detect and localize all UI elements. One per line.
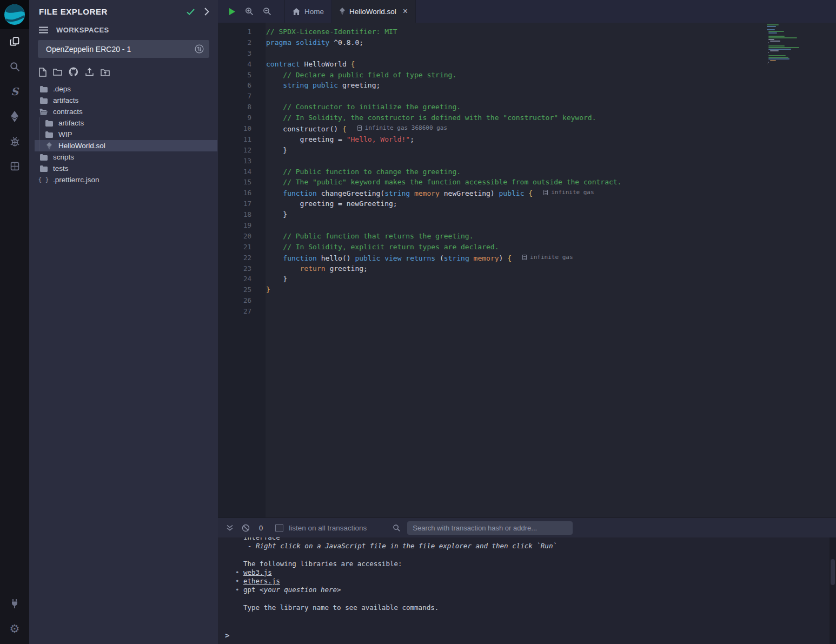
zoom-in-icon[interactable]: [245, 7, 254, 16]
run-script-play-icon[interactable]: [229, 8, 236, 16]
search-icon[interactable]: [0, 54, 29, 79]
code-line[interactable]: 4contract HelloWorld {: [218, 59, 760, 70]
line-number: 23: [218, 263, 266, 274]
code-line[interactable]: 5 // Declare a public field of type stri…: [218, 70, 760, 81]
tree-item[interactable]: WIP: [35, 129, 217, 140]
minimap-line: [768, 52, 769, 53]
code-editor[interactable]: 1// SPDX-License-Identifier: MIT2pragma …: [218, 23, 836, 517]
github-icon[interactable]: [69, 67, 78, 77]
workspace-switch-icon[interactable]: [195, 44, 204, 54]
tree-item[interactable]: { }.prettierrc.json: [35, 174, 217, 185]
tab-home[interactable]: Home: [284, 0, 332, 23]
collapse-terminal-icon[interactable]: [226, 524, 234, 532]
code-line[interactable]: 23 return greeting;: [218, 263, 760, 274]
tree-item[interactable]: HelloWorld.sol: [35, 140, 217, 151]
code-line[interactable]: 11 greeting = "Hello, World!";: [218, 134, 760, 145]
code-line[interactable]: 8 // Constructor to initialize the greet…: [218, 102, 760, 112]
plugins-icon[interactable]: [0, 154, 29, 178]
activity-bar: S ⚙: [0, 0, 29, 644]
tree-item-label: .prettierrc.json: [53, 176, 99, 184]
code-line[interactable]: 10 constructor() {infinite gas 368600 ga…: [218, 123, 760, 134]
workspaces-menu-icon[interactable]: [39, 26, 48, 34]
minimap-line: [768, 47, 800, 48]
code-line[interactable]: 9 // In Solidity, the constructor is def…: [218, 112, 760, 123]
minimap-line: [768, 55, 786, 56]
code-line[interactable]: 19: [218, 220, 760, 231]
terminal-search-icon: [393, 524, 401, 532]
code-line[interactable]: 15 // The "public" keyword makes the fun…: [218, 177, 760, 188]
code-text: pragma solidity ^0.8.0;: [266, 37, 363, 48]
load-from-filesystem-icon[interactable]: [101, 68, 110, 76]
tree-item[interactable]: .deps: [35, 83, 217, 95]
terminal-scrollbar[interactable]: [830, 537, 836, 644]
settings-gear-icon[interactable]: ⚙: [0, 616, 29, 641]
code-line[interactable]: 6 string public greeting;: [218, 80, 760, 91]
code-line[interactable]: 26: [218, 295, 760, 306]
line-number: 4: [218, 59, 266, 70]
upload-file-icon[interactable]: [85, 68, 94, 76]
code-line[interactable]: 22 function hello() public view returns …: [218, 253, 760, 263]
debugger-icon[interactable]: [0, 129, 29, 154]
code-line[interactable]: 24 }: [218, 274, 760, 284]
new-folder-icon[interactable]: [53, 68, 62, 76]
file-tree: .depsartifactscontractsartifactsWIPHello…: [29, 83, 218, 185]
code-text: }: [266, 274, 287, 284]
code-line[interactable]: 16 function changeGreeting(string memory…: [218, 188, 760, 198]
code-line[interactable]: 20 // Public function that returns the g…: [218, 231, 760, 242]
terminal-line: Type the library name to see available c…: [235, 603, 830, 612]
terminal-search-input[interactable]: [407, 521, 573, 535]
plugin-manager-icon[interactable]: [0, 591, 29, 616]
tree-item[interactable]: scripts: [35, 151, 217, 163]
code-line[interactable]: 7: [218, 91, 760, 102]
tree-item[interactable]: contracts: [35, 106, 217, 117]
gas-doc-icon: [543, 190, 548, 195]
terminal-line: •ethers.js: [235, 577, 830, 586]
tree-item[interactable]: artifacts: [35, 117, 217, 129]
workspaces-label: WORKSPACES: [56, 26, 109, 34]
code-line[interactable]: 17 greeting = newGreeting;: [218, 198, 760, 209]
file-explorer-icon[interactable]: [0, 29, 29, 54]
editor-minimap[interactable]: [767, 24, 831, 68]
code-line[interactable]: 1// SPDX-License-Identifier: MIT: [218, 26, 760, 37]
tab-helloworld-sol[interactable]: HelloWorld.sol ×: [332, 0, 416, 23]
panel-chevron-right-icon[interactable]: [204, 8, 209, 16]
terminal-link[interactable]: web3.js: [243, 568, 272, 576]
terminal-link[interactable]: ethers.js: [243, 577, 280, 585]
tree-item[interactable]: artifacts: [35, 95, 217, 106]
terminal-line: •web3.js: [235, 568, 830, 577]
code-line[interactable]: 13: [218, 156, 760, 167]
terminal-output[interactable]: interface- Right click on a JavaScript f…: [218, 537, 830, 644]
editor-tabbar: Home HelloWorld.sol ×: [218, 0, 836, 23]
code-text: function changeGreeting(string memory ne…: [266, 188, 594, 198]
code-line[interactable]: 2pragma solidity ^0.8.0;: [218, 37, 760, 48]
line-number: 25: [218, 284, 266, 295]
code-text: [266, 220, 266, 231]
tree-item-label: .deps: [53, 85, 71, 93]
code-line[interactable]: 27: [218, 306, 760, 317]
code-text: // SPDX-License-Identifier: MIT: [266, 26, 397, 37]
tree-item[interactable]: tests: [35, 163, 217, 174]
code-line[interactable]: 18 }: [218, 209, 760, 220]
folder-icon: [44, 120, 54, 127]
clear-console-icon[interactable]: [242, 524, 250, 532]
code-line[interactable]: 14 // Public function to change the gree…: [218, 167, 760, 177]
minimap-line: [768, 37, 797, 38]
remix-logo[interactable]: [0, 0, 29, 29]
code-line[interactable]: 25}: [218, 284, 760, 295]
accept-check-icon[interactable]: [187, 9, 195, 15]
listen-transactions-checkbox[interactable]: [275, 524, 283, 532]
scrollbar-thumb[interactable]: [831, 559, 835, 585]
code-line[interactable]: 21 // In Solidity, explicit return types…: [218, 242, 760, 253]
solidity-compiler-icon[interactable]: S: [0, 79, 29, 104]
line-number: 21: [218, 242, 266, 253]
close-tab-icon[interactable]: ×: [403, 7, 408, 16]
code-line[interactable]: 12 }: [218, 145, 760, 156]
workspace-select[interactable]: OpenZeppelin ERC20 - 1: [38, 40, 209, 58]
code-line[interactable]: 3: [218, 48, 760, 59]
rail-bottom-group: ⚙: [0, 591, 29, 641]
new-file-icon[interactable]: [39, 68, 47, 77]
zoom-out-icon[interactable]: [263, 7, 271, 16]
line-number: 27: [218, 306, 266, 317]
terminal-prompt[interactable]: >: [225, 631, 229, 640]
deploy-and-run-icon[interactable]: [0, 104, 29, 129]
